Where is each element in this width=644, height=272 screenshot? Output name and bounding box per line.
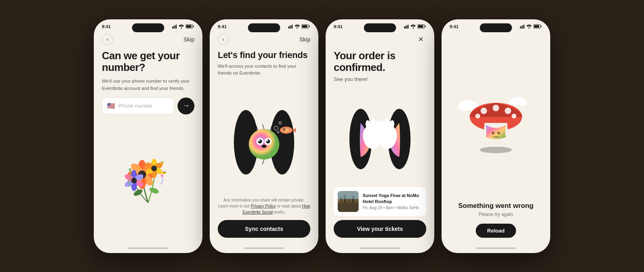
reload-button[interactable]: Reload xyxy=(476,224,516,238)
phone-placeholder: Phone number xyxy=(118,103,153,109)
svg-point-42 xyxy=(149,187,160,194)
svg-rect-44 xyxy=(289,26,290,29)
svg-point-53 xyxy=(249,129,279,160)
time-1: 9:41 xyxy=(102,24,111,29)
svg-rect-98 xyxy=(522,25,523,29)
svg-rect-103 xyxy=(541,26,542,27)
svg-point-58 xyxy=(266,139,270,143)
svg-rect-73 xyxy=(418,25,423,28)
event-thumbnail xyxy=(338,191,359,212)
svg-rect-93 xyxy=(355,199,358,203)
phone2-content: Let's find your friends We'll access you… xyxy=(210,47,318,244)
phone-4: 9:41 xyxy=(442,19,550,253)
svg-rect-3 xyxy=(176,25,177,29)
event-card: Sunset Yoga Flow at NoMo Hotel Rooftop F… xyxy=(334,187,426,216)
svg-point-30 xyxy=(131,178,137,183)
svg-point-59 xyxy=(266,140,268,141)
privacy-text: Any information you share will remain pr… xyxy=(218,197,310,215)
submit-button[interactable]: → xyxy=(178,98,194,114)
svg-point-109 xyxy=(517,100,527,106)
svg-point-39 xyxy=(129,168,131,171)
svg-point-114 xyxy=(475,114,480,118)
event-meta: Fri, Aug 19 • 8pm • MoNo SoHo xyxy=(363,206,422,210)
svg-point-33 xyxy=(161,170,164,172)
nav-bar-1: ‹ Skip xyxy=(94,31,202,47)
back-button-2[interactable]: ‹ xyxy=(218,34,229,45)
svg-rect-95 xyxy=(338,191,359,199)
status-icons-4 xyxy=(520,24,542,29)
phone2-title: Let's find your friends xyxy=(218,50,310,60)
home-indicator-2 xyxy=(244,247,284,249)
flower-svg xyxy=(108,138,188,219)
close-button[interactable]: ✕ xyxy=(415,34,426,45)
dynamic-island-4 xyxy=(480,23,512,32)
svg-point-71 xyxy=(413,27,414,29)
svg-rect-6 xyxy=(186,25,192,28)
svg-rect-46 xyxy=(292,25,293,29)
error-title: Something went wrong xyxy=(458,202,534,210)
time-3: 9:41 xyxy=(334,24,343,29)
hands-svg xyxy=(340,101,420,173)
skip-button-2[interactable]: Skip xyxy=(299,36,310,43)
dynamic-island-3 xyxy=(364,23,396,32)
phone1-subtitle: We'll use your phone number to verify yo… xyxy=(102,78,194,92)
svg-point-4 xyxy=(181,27,182,29)
svg-rect-43 xyxy=(288,26,289,29)
status-icons-1 xyxy=(172,24,194,29)
svg-point-113 xyxy=(505,108,511,114)
skip-button-1[interactable]: Skip xyxy=(184,36,194,43)
view-tickets-button[interactable]: View your tickets xyxy=(334,220,426,238)
time-2: 9:41 xyxy=(218,24,227,29)
error-subtitle: Please try again xyxy=(479,212,513,217)
phones-container: 9:41 ‹ Skip Can we get your number? We'l… xyxy=(94,19,550,253)
svg-rect-99 xyxy=(524,25,524,29)
hands-illustration xyxy=(334,87,426,187)
nav-bar-3: ✕ xyxy=(326,31,434,47)
svg-point-23 xyxy=(151,166,157,171)
svg-point-111 xyxy=(481,108,487,114)
svg-rect-70 xyxy=(408,25,409,29)
phone4-content: Something went wrong Please try again Re… xyxy=(442,45,550,244)
error-screen: Something went wrong Please try again Re… xyxy=(450,48,542,238)
svg-point-34 xyxy=(164,170,167,172)
svg-rect-68 xyxy=(405,26,406,29)
phone1-content: Can we get your number? We'll use your p… xyxy=(94,47,202,244)
svg-rect-96 xyxy=(520,26,521,29)
phone2-subtitle: We'll access your contacts to find your … xyxy=(218,63,310,77)
svg-point-116 xyxy=(480,147,512,153)
phone-input[interactable]: 🇺🇸 Phone number xyxy=(102,98,174,114)
svg-rect-67 xyxy=(404,26,405,29)
privacy-policy-link[interactable]: Privacy Policy xyxy=(251,204,276,208)
svg-point-38 xyxy=(162,161,165,162)
phone-input-row: 🇺🇸 Phone number → xyxy=(102,98,194,114)
phone1-title: Can we get your number? xyxy=(102,50,194,74)
svg-rect-7 xyxy=(193,26,194,27)
nav-bar-2: ‹ Skip xyxy=(210,31,318,47)
fish-illustration xyxy=(218,80,310,197)
phone-3: 9:41 ✕ Your order is confirmed. See you … xyxy=(326,19,434,253)
home-indicator-3 xyxy=(360,247,400,249)
status-icons-2 xyxy=(288,24,310,29)
mushroom-illustration xyxy=(456,48,536,202)
time-4: 9:41 xyxy=(450,24,458,29)
back-button-1[interactable]: ‹ xyxy=(102,34,113,45)
sync-contacts-button[interactable]: Sync contacts xyxy=(218,220,310,238)
phone3-title: Your order is confirmed. xyxy=(334,50,426,74)
svg-point-117 xyxy=(492,132,494,134)
svg-rect-49 xyxy=(302,25,308,28)
dynamic-island-2 xyxy=(248,23,280,32)
svg-rect-45 xyxy=(291,25,291,29)
home-indicator-1 xyxy=(128,247,168,249)
fish-svg xyxy=(224,98,304,179)
svg-point-118 xyxy=(497,132,500,134)
dynamic-island-1 xyxy=(132,23,164,32)
event-title: Sunset Yoga Flow at NoMo Hotel Rooftop xyxy=(363,193,422,204)
svg-rect-102 xyxy=(534,25,539,28)
svg-rect-97 xyxy=(521,26,522,29)
phone3-subtitle: See you there! xyxy=(334,76,426,82)
svg-rect-69 xyxy=(407,25,407,29)
svg-point-55 xyxy=(258,139,262,143)
svg-rect-0 xyxy=(172,26,173,29)
flowers-illustration xyxy=(102,119,194,238)
svg-point-112 xyxy=(493,105,499,111)
